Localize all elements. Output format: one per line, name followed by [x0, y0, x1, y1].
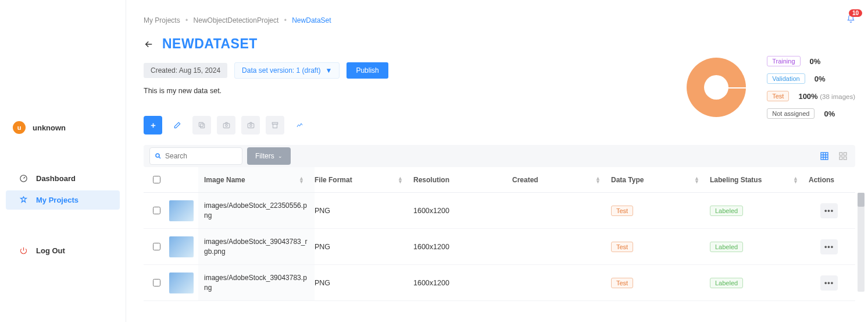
search-icon: [155, 153, 162, 160]
camera-button: [217, 116, 235, 135]
camera2-button: [241, 116, 260, 135]
search-input[interactable]: [165, 152, 229, 160]
test-pct: 100% (38 images): [798, 92, 855, 101]
chevron-down-icon: ▼: [325, 66, 332, 75]
row-actions-button[interactable]: •••: [820, 203, 838, 218]
nav-my-projects[interactable]: My Projects: [6, 190, 120, 210]
col-resolution[interactable]: Resolution: [413, 176, 449, 184]
col-labeling-status[interactable]: Labeling Status: [710, 176, 762, 184]
col-created[interactable]: Created: [512, 176, 538, 184]
split-legend: Training 0% Validation 0% Test 100% (38 …: [767, 56, 855, 119]
cell-file-format: PNG: [315, 243, 413, 251]
training-pct: 0%: [810, 57, 821, 66]
tag-not-assigned: Not assigned: [767, 108, 815, 119]
na-pct: 0%: [824, 109, 835, 118]
split-donut-chart: [687, 58, 746, 117]
copy-button: [192, 116, 211, 135]
crumb-root[interactable]: My Projects: [144, 16, 180, 24]
search-filter-bar: Filters ⌄: [144, 145, 855, 167]
nav-dashboard[interactable]: Dashboard: [6, 169, 120, 188]
nav-my-projects-label: My Projects: [36, 196, 78, 204]
nav-logout-label: Log Out: [36, 246, 65, 255]
search-box[interactable]: [149, 147, 242, 165]
col-actions: Actions: [809, 176, 834, 184]
tag-validation: Validation: [767, 73, 805, 84]
scrollbar[interactable]: [858, 193, 865, 292]
filters-label: Filters: [255, 152, 274, 160]
badge-labeling-status: Labeled: [710, 206, 743, 216]
badge-data-type: Test: [611, 242, 633, 252]
col-image-name[interactable]: Image Name: [204, 176, 245, 184]
notifications-button[interactable]: 10: [846, 14, 855, 23]
gauge-icon: [19, 174, 28, 183]
badge-data-type: Test: [611, 206, 633, 216]
cell-resolution: 1600x1200: [413, 243, 512, 251]
nav-logout[interactable]: Log Out: [6, 241, 120, 260]
split-stats: Training 0% Validation 0% Test 100% (38 …: [687, 56, 855, 119]
archive-button: [266, 116, 284, 135]
cell-image-name: images/AdobeStock_22350556.png: [204, 201, 315, 220]
back-arrow-icon[interactable]: [144, 39, 154, 49]
nav-dashboard-label: Dashboard: [36, 174, 76, 183]
chart-button[interactable]: [290, 116, 309, 135]
cell-file-format: PNG: [315, 279, 413, 287]
sort-icon[interactable]: ▲▼: [694, 176, 699, 183]
sidebar: u unknown Dashboard My Projects Log Out: [0, 0, 126, 322]
image-thumbnail[interactable]: [169, 273, 194, 293]
view-grid-button[interactable]: [835, 148, 851, 164]
user-avatar: u: [13, 121, 26, 134]
view-list-button[interactable]: [817, 148, 832, 164]
sort-icon[interactable]: ▲▼: [595, 176, 601, 183]
edit-button[interactable]: [168, 116, 187, 135]
user-block[interactable]: u unknown: [0, 116, 126, 139]
images-table: Image Name▲▼ File Format▲▼ Resolution Cr…: [144, 167, 855, 301]
svg-rect-10: [821, 153, 828, 160]
svg-rect-8: [273, 124, 277, 128]
cell-image-name: images/AdobeStock_39043783.png: [204, 273, 315, 292]
col-file-format[interactable]: File Format: [315, 176, 352, 184]
svg-rect-12: [844, 153, 846, 155]
sort-icon[interactable]: ▲▼: [299, 176, 304, 183]
table-row[interactable]: images/AdobeStock_22350556.png PNG 1600x…: [144, 193, 855, 229]
table-row[interactable]: images/AdobeStock_39043783_rgb.png PNG 1…: [144, 229, 855, 265]
projects-icon: [19, 196, 28, 204]
select-all-checkbox[interactable]: [153, 176, 160, 183]
svg-rect-14: [844, 157, 846, 160]
table-header: Image Name▲▼ File Format▲▼ Resolution Cr…: [144, 167, 855, 193]
svg-rect-2: [199, 122, 203, 126]
row-checkbox[interactable]: [153, 207, 160, 214]
sort-icon[interactable]: ▲▼: [793, 176, 798, 183]
add-button[interactable]: [144, 116, 162, 135]
chevron-down-icon: ⌄: [278, 153, 283, 159]
crumb-dataset[interactable]: NewDataSet: [292, 16, 331, 24]
col-data-type[interactable]: Data Type: [611, 176, 644, 184]
tag-training: Training: [767, 56, 800, 66]
row-actions-button[interactable]: •••: [820, 239, 838, 254]
filters-button[interactable]: Filters ⌄: [247, 147, 291, 165]
row-actions-button[interactable]: •••: [820, 275, 838, 291]
sort-icon[interactable]: ▲▼: [398, 176, 403, 183]
row-checkbox[interactable]: [153, 243, 160, 250]
crumb-project[interactable]: NewObjectDetectionProject: [194, 16, 279, 24]
created-chip: Created: Aug 15, 2024: [144, 63, 227, 78]
svg-rect-11: [840, 153, 842, 155]
svg-point-4: [225, 125, 227, 127]
image-thumbnail[interactable]: [169, 236, 194, 257]
power-icon: [19, 246, 28, 255]
table-row[interactable]: images/AdobeStock_39043783.png PNG 1600x…: [144, 265, 855, 301]
version-dropdown[interactable]: Data set version: 1 (draft) ▼: [234, 62, 340, 79]
page-title: NEWDATASET: [162, 36, 258, 52]
publish-button[interactable]: Publish: [347, 62, 388, 79]
badge-data-type: Test: [611, 278, 633, 288]
row-checkbox[interactable]: [153, 279, 160, 286]
validation-pct: 0%: [815, 75, 826, 83]
svg-rect-1: [201, 124, 205, 128]
tag-test: Test: [767, 91, 789, 101]
svg-point-9: [156, 154, 159, 157]
cell-resolution: 1600x1200: [413, 279, 512, 287]
version-label: Data set version: 1 (draft): [242, 66, 320, 75]
image-thumbnail[interactable]: [169, 200, 194, 221]
notifications-count: 10: [849, 9, 862, 17]
cell-image-name: images/AdobeStock_39043783_rgb.png: [204, 237, 315, 256]
main-content: 10 My Projects • NewObjectDetectionProje…: [126, 0, 868, 322]
